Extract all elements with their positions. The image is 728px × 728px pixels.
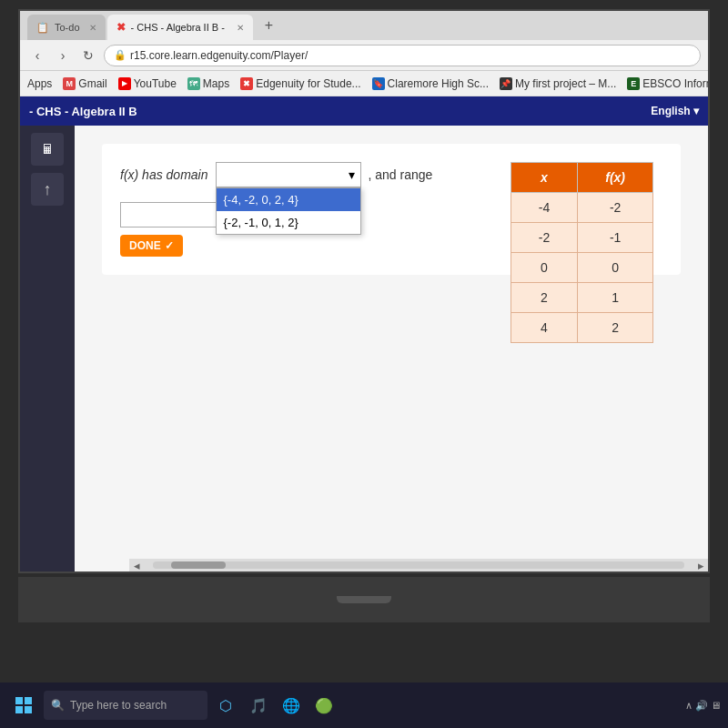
tab-bar: 📋 To-do ✕ ✖ - CHS - Algebra II B - Edgen…: [20, 11, 708, 40]
edgenuity-header: - CHS - Algebra II B English ▾: [20, 96, 708, 126]
tab-edgenuity[interactable]: ✖ - CHS - Algebra II B - Edgenuity... ✕: [107, 15, 253, 40]
edgenuity-bm-label: Edgenuity for Stude...: [256, 77, 360, 90]
back-button[interactable]: ‹: [27, 46, 47, 66]
project-label: My first project – M...: [515, 77, 616, 90]
maps-icon: 🗺: [187, 77, 200, 90]
function-label: f(x) has domain: [120, 167, 208, 182]
table-row: 00: [511, 253, 652, 283]
language-button[interactable]: English ▾: [651, 105, 699, 117]
url-box[interactable]: 🔒 r15.core.learn.edgenuity.com/Player/: [104, 45, 701, 66]
domain-dropdown[interactable]: ▾: [216, 162, 361, 187]
tab-edgenuity-label: - CHS - Algebra II B - Edgenuity...: [131, 22, 228, 33]
content-area: f(x) has domain ▾ {-4, -2, 0, 2, 4}: [75, 126, 708, 571]
apps-label: Apps: [27, 77, 52, 90]
bookmark-ebsco[interactable]: E EBSCO Information...: [627, 77, 710, 90]
checkmark-icon: ✓: [165, 239, 174, 252]
youtube-icon: ▶: [118, 77, 131, 90]
lock-icon: 🔒: [114, 49, 126, 61]
claremore-icon: 🔖: [372, 77, 385, 90]
dropdown-option-2[interactable]: {-2, -1, 0, 1, 2}: [217, 211, 360, 234]
function-table: x f(x) -4-2-2-1002142: [511, 162, 653, 343]
project-icon: 📌: [500, 77, 512, 90]
tab-todo-label: To-do: [55, 22, 80, 33]
address-bar: ‹ › ↻ 🔒 r15.core.learn.edgenuity.com/Pla…: [20, 40, 708, 71]
sidebar-up-icon[interactable]: ↑: [31, 173, 64, 206]
table-cell-fx: 2: [578, 313, 653, 343]
taskbar-right-area: ∧ 🔊 🖥: [685, 700, 721, 712]
tab-edgenuity-close[interactable]: ✕: [237, 23, 244, 33]
bookmark-edgenuity[interactable]: ✖ Edgenuity for Stude...: [240, 77, 360, 90]
page-content: - CHS - Algebra II B English ▾ 🖩 ↑: [20, 96, 708, 571]
table-row: 42: [511, 313, 652, 343]
tab-edgenuity-icon: ✖: [116, 21, 126, 34]
table-row: 21: [511, 283, 652, 313]
url-text: r15.core.learn.edgenuity.com/Player/: [130, 49, 308, 62]
youtube-label: YouTube: [134, 77, 177, 90]
bookmark-gmail[interactable]: M Gmail: [63, 77, 106, 90]
bookmark-maps[interactable]: 🗺 Maps: [187, 77, 229, 90]
table-row: -4-2: [511, 193, 652, 223]
table-cell-x: 4: [511, 313, 577, 343]
tab-todo-icon: 📋: [36, 22, 49, 34]
tab-add-button[interactable]: +: [258, 15, 280, 36]
taskbar-chrome-icon[interactable]: 🌐: [277, 691, 306, 720]
done-button[interactable]: DONE ✓: [120, 235, 183, 257]
scroll-thumb[interactable]: [171, 561, 226, 569]
table-cell-x: 2: [511, 283, 577, 313]
dropdown-option-1[interactable]: {-4, -2, 0, 2, 4}: [217, 188, 360, 211]
table-header-x: x: [511, 163, 577, 193]
range-label: , and range: [369, 167, 433, 182]
scroll-left-button[interactable]: ◂: [129, 559, 144, 571]
edgenuity-bm-icon: ✖: [240, 77, 253, 90]
question-area: f(x) has domain ▾ {-4, -2, 0, 2, 4}: [102, 144, 681, 275]
main-layout: 🖩 ↑ f(x) has domain: [20, 126, 708, 571]
table-cell-fx: 1: [578, 283, 653, 313]
dropdown-arrow-icon: ▾: [349, 167, 355, 182]
bookmark-apps[interactable]: Apps: [27, 77, 52, 90]
dropdown-wrapper: ▾ {-4, -2, 0, 2, 4} {-2, -1, 0, 1, 2}: [216, 162, 361, 187]
table-cell-fx: 0: [578, 253, 653, 283]
header-title: - CHS - Algebra II B: [29, 105, 137, 118]
ebsco-label: EBSCO Information...: [642, 77, 710, 90]
table-header-fx: f(x): [578, 163, 653, 193]
sidebar-calculator-icon[interactable]: 🖩: [31, 133, 64, 166]
table-cell-fx: -2: [578, 193, 653, 223]
table-cell-x: 0: [511, 253, 577, 283]
laptop-bezel: 📋 To-do ✕ ✖ - CHS - Algebra II B - Edgen…: [0, 0, 728, 728]
taskbar-cortana-icon[interactable]: ⬡: [211, 691, 240, 720]
table-cell-x: -4: [511, 193, 577, 223]
table-row: -2-1: [511, 223, 652, 253]
tab-todo-close[interactable]: ✕: [89, 23, 96, 33]
screen: 📋 To-do ✕ ✖ - CHS - Algebra II B - Edgen…: [18, 9, 710, 573]
refresh-button[interactable]: ↻: [78, 46, 98, 66]
taskbar-system-icons: ∧ 🔊 🖥: [685, 700, 721, 712]
laptop-body: [18, 577, 710, 622]
laptop-notch: [337, 596, 391, 603]
gmail-label: Gmail: [78, 77, 106, 90]
taskbar-search-bar[interactable]: 🔍 Type here to search: [44, 691, 207, 720]
scroll-right-button[interactable]: ▸: [693, 559, 708, 571]
maps-label: Maps: [203, 77, 229, 90]
search-icon: 🔍: [51, 699, 65, 712]
bookmarks-bar: Apps M Gmail ▶ YouTube 🗺 Maps ✖ Edgenuit…: [20, 71, 708, 96]
gmail-icon: M: [63, 77, 76, 90]
tab-todo[interactable]: 📋 To-do ✕: [27, 15, 106, 40]
bookmark-claremore[interactable]: 🔖 Claremore High Sc...: [372, 77, 489, 90]
windows-start-button[interactable]: [7, 689, 40, 722]
taskbar: 🔍 Type here to search ⬡ 🎵 🌐 🟢 ∧ 🔊 🖥: [0, 682, 728, 728]
table-cell-x: -2: [511, 223, 577, 253]
taskbar-edge-icon[interactable]: 🟢: [309, 691, 339, 720]
windows-logo-icon: [15, 697, 32, 713]
forward-button[interactable]: ›: [53, 46, 73, 66]
left-sidebar: 🖩 ↑: [20, 126, 75, 571]
claremore-label: Claremore High Sc...: [388, 77, 489, 90]
table-cell-fx: -1: [578, 223, 653, 253]
ebsco-icon: E: [627, 77, 640, 90]
taskbar-spotify-icon[interactable]: 🎵: [244, 691, 273, 720]
taskbar-search-text: Type here to search: [70, 699, 167, 712]
scroll-bar-area: ◂ ▸: [129, 559, 708, 571]
bookmark-youtube[interactable]: ▶ YouTube: [118, 77, 177, 90]
dropdown-menu[interactable]: {-4, -2, 0, 2, 4} {-2, -1, 0, 1, 2}: [216, 187, 361, 235]
browser: 📋 To-do ✕ ✖ - CHS - Algebra II B - Edgen…: [20, 11, 708, 571]
bookmark-project[interactable]: 📌 My first project – M...: [500, 77, 616, 90]
